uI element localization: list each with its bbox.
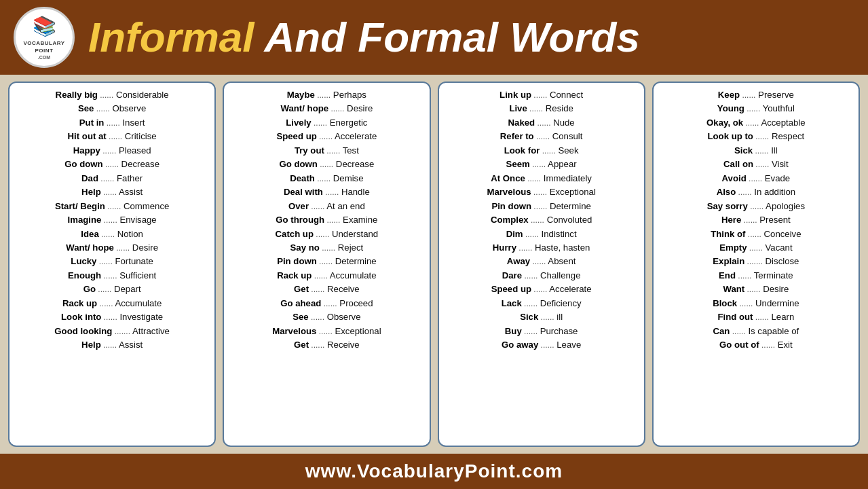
list-item: Say sorry ...... Apologies [658,200,854,213]
list-item: Get ...... Receive [228,283,425,296]
dots: ...... [527,104,543,113]
list-item: Look for ...... Seek [443,144,640,158]
list-item: Lucky ...... Fortunate [14,255,210,268]
dots: ...... [534,132,550,141]
dots: ...... [315,90,331,100]
dots: ...... [320,243,335,253]
list-item: Can ...... Is capable of [658,325,854,338]
formal-word: Test [343,145,359,156]
list-item: Pin down ...... Determine [228,255,425,268]
informal-word: Seem [506,159,530,169]
page-title: Informal And Formal Words [88,16,640,58]
formal-word: Apologies [766,201,805,211]
dots: ...... [328,104,344,113]
informal-word: Keep [718,90,740,100]
formal-word: Insert [122,117,145,128]
list-item: Good looking ....... Attractive [14,325,210,338]
informal-word: Lucky [71,256,96,266]
dots: ...... [96,257,112,266]
formal-word: Indistinct [542,229,577,239]
informal-word: Put in [79,117,105,128]
informal-word: Go out of [719,340,759,350]
informal-word: Dad [81,173,98,183]
informal-word: Away [507,256,530,266]
dots: ...... [744,285,760,294]
list-item: Call on ...... Visit [658,158,854,171]
dots: ...... [744,104,760,113]
dots: ...... [96,285,111,294]
informal-word: Try out [295,145,324,156]
dots: ...... [317,132,333,141]
list-item: Hit out at ...... Criticise [14,130,210,143]
list-item: Naked ...... Nude [443,116,640,130]
list-item: Refer to ...... Consult [443,130,640,143]
formal-word: Accumulate [115,298,162,308]
informal-word: Avoid [722,173,747,183]
formal-word: Receive [327,284,360,294]
informal-word: Block [713,298,737,308]
dots: ...... [747,243,762,253]
dots: ...... [535,118,550,128]
informal-word: Also [717,187,736,197]
formal-word: Desire [763,284,789,294]
formal-word: Deficiency [540,298,582,308]
informal-word: Can [713,326,730,336]
column-4: Keep ...... PreserveYoung ...... Youthfu… [652,82,860,447]
formal-word: Terminate [754,270,793,280]
formal-word: Fortunate [115,256,153,266]
dots: ...... [101,340,117,350]
dots: ...... [736,271,751,280]
dots: ...... [324,146,340,156]
list-item: Dare ...... Challenge [443,269,640,283]
informal-word: Find out [718,312,753,322]
informal-word: Help [81,187,101,197]
list-item: Hurry ...... Haste, hasten [443,241,640,255]
formal-word: Decrease [336,159,374,169]
list-item: Go down ...... Decrease [228,158,425,171]
list-item: Maybe ...... Perhaps [228,88,425,102]
list-item: Marvelous ...... Exceptional [443,185,640,199]
informal-word: Say no [290,242,320,253]
list-item: Look into ...... Investigate [14,310,210,324]
informal-word: Dim [506,229,523,239]
informal-word: Speed up [491,284,531,294]
dots: ...... [309,312,324,322]
informal-word: Empty [719,242,747,253]
dots: ...... [753,132,769,141]
dots: ...... [104,118,119,128]
list-item: Enough ...... Sufficient [14,269,210,283]
formal-word: Reject [338,242,363,253]
list-item: Okay, ok ...... Acceptable [658,116,854,130]
informal-word: Go away [502,340,538,350]
list-item: Sick ...... ill [443,310,640,324]
formal-word: Examine [343,215,377,225]
dots: ....... [112,327,130,336]
informal-word: Enough [68,270,101,280]
formal-word: In addition [754,187,795,197]
list-item: Say no ...... Reject [228,241,425,255]
informal-word: Lack [502,298,522,308]
formal-word: Disclose [766,256,799,266]
list-item: Also ...... In addition [658,185,854,199]
list-item: Get ...... Receive [228,338,425,352]
formal-word: Absent [548,256,575,266]
list-item: See ...... Observe [228,310,425,324]
formal-word: Immediately [544,173,592,183]
formal-word: Understand [332,229,378,239]
list-item: Complex ...... Convoluted [443,213,640,227]
formal-word: Assist [119,340,143,350]
list-item: Go out of ...... Exit [658,338,854,352]
informal-word: Rack up [62,298,97,308]
formal-word: Determine [550,201,591,211]
dots: ...... [100,146,116,156]
informal-word: Help [81,340,101,350]
formal-word: Sufficient [119,270,156,280]
informal-word: Good looking [54,326,112,336]
formal-word: At an end [326,201,364,211]
title-rest: And Formal Words [254,14,640,60]
dots: ...... [746,230,761,239]
informal-word: Go through [276,215,324,225]
formal-word: Observe [327,312,361,322]
informal-word: Death [290,173,315,183]
list-item: Seem ...... Appear [443,158,640,171]
